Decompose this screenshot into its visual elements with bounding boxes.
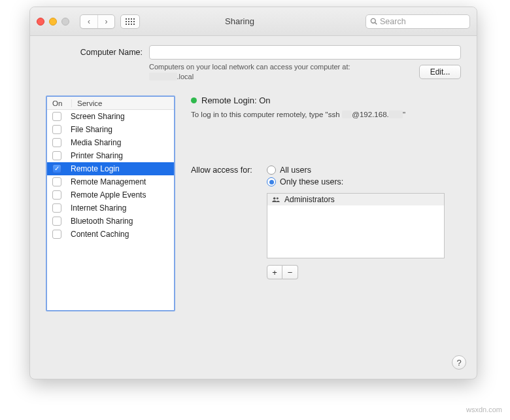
local-hostname: xxxxxxx.local	[149, 72, 350, 81]
sharing-window: ‹ › Sharing Search Computer Name: Comput…	[29, 7, 477, 379]
svg-point-3	[277, 198, 279, 200]
hostname-redacted: xxxxxxx	[149, 73, 177, 80]
col-on: On	[47, 99, 72, 107]
col-service: Service	[72, 99, 102, 107]
detail-pane: Remote Login: On To log in to this compu…	[191, 96, 461, 311]
main: On Service Screen Sharing File Sharing M…	[46, 96, 461, 311]
help-button[interactable]: ?	[452, 355, 466, 370]
svg-point-2	[273, 198, 276, 200]
services-body: Screen Sharing File Sharing Media Sharin…	[47, 110, 174, 310]
checkbox[interactable]	[52, 125, 61, 134]
checkbox[interactable]	[52, 112, 61, 121]
services-header: On Service	[47, 97, 174, 110]
ip-redacted: xxx	[389, 111, 403, 118]
checkbox[interactable]	[52, 190, 61, 200]
remove-user-button[interactable]: −	[282, 265, 298, 279]
content: Computer Name: Computers on your local n…	[30, 36, 477, 311]
search-placeholder: Search	[380, 17, 406, 26]
forward-button[interactable]: ›	[97, 15, 114, 28]
checkbox[interactable]	[52, 203, 61, 213]
service-remote-login[interactable]: Remote Login	[47, 162, 174, 175]
show-all-button[interactable]	[120, 14, 140, 29]
close-icon[interactable]	[37, 18, 44, 26]
status-line: Remote Login: On	[191, 96, 461, 105]
users-list[interactable]: Administrators	[267, 193, 445, 258]
chevron-right-icon: ›	[105, 17, 108, 26]
window-title: Sharing	[145, 16, 334, 26]
search-input[interactable]: Search	[366, 14, 470, 29]
computer-name-hint-row: Computers on your local network can acce…	[46, 62, 461, 81]
computer-name-label: Computer Name:	[46, 48, 143, 57]
login-hint: To log in to this computer remotely, typ…	[191, 111, 461, 118]
chevron-left-icon: ‹	[88, 17, 90, 26]
computer-name-field[interactable]	[149, 45, 461, 60]
svg-point-0	[371, 18, 375, 23]
service-content-caching[interactable]: Content Caching	[47, 228, 174, 241]
checkbox-checked[interactable]	[52, 164, 61, 173]
checkbox[interactable]	[52, 217, 61, 226]
access-label: Allow access for:	[191, 166, 262, 279]
edit-button[interactable]: Edit...	[419, 65, 461, 79]
checkbox[interactable]	[52, 138, 61, 147]
service-file-sharing[interactable]: File Sharing	[47, 123, 174, 136]
computer-name-hint: Computers on your local network can acce…	[149, 62, 350, 81]
radio-icon	[267, 166, 276, 175]
user-redacted: xx	[342, 111, 352, 118]
back-button[interactable]: ‹	[80, 15, 97, 28]
add-user-button[interactable]: +	[267, 265, 282, 279]
service-remote-management[interactable]: Remote Management	[47, 175, 174, 188]
status-text: Remote Login: On	[201, 96, 271, 105]
service-bluetooth-sharing[interactable]: Bluetooth Sharing	[47, 215, 174, 228]
service-printer-sharing[interactable]: Printer Sharing	[47, 149, 174, 162]
service-remote-apple-events[interactable]: Remote Apple Events	[47, 188, 174, 201]
radio-all-users[interactable]: All users	[267, 166, 445, 175]
radio-only-these-users[interactable]: Only these users:	[267, 177, 445, 186]
service-internet-sharing[interactable]: Internet Sharing	[47, 201, 174, 215]
service-screen-sharing[interactable]: Screen Sharing	[47, 110, 174, 123]
nav-back-forward: ‹ ›	[80, 14, 115, 29]
user-add-remove: + −	[267, 265, 445, 279]
search-icon	[370, 18, 377, 25]
services-list: On Service Screen Sharing File Sharing M…	[46, 96, 175, 311]
hint-line-1: Computers on your local network can acce…	[149, 62, 350, 71]
status-dot-icon	[191, 97, 197, 103]
toolbar: ‹ › Sharing Search	[30, 7, 477, 36]
access-section: Allow access for: All users Only these u…	[191, 166, 461, 279]
checkbox[interactable]	[52, 230, 61, 239]
service-media-sharing[interactable]: Media Sharing	[47, 136, 174, 149]
watermark: wsxdn.com	[466, 406, 502, 413]
users-icon	[271, 196, 280, 203]
computer-name-row: Computer Name:	[46, 45, 461, 60]
checkbox[interactable]	[52, 177, 61, 186]
minimize-icon[interactable]	[49, 18, 57, 26]
user-group-administrators[interactable]: Administrators	[267, 194, 444, 205]
checkbox[interactable]	[52, 151, 61, 160]
radio-selected-icon	[267, 177, 276, 186]
traffic-lights	[37, 18, 69, 26]
access-radios: All users Only these users: Administrato…	[267, 166, 445, 279]
svg-line-1	[375, 23, 377, 25]
zoom-icon[interactable]	[61, 18, 69, 26]
